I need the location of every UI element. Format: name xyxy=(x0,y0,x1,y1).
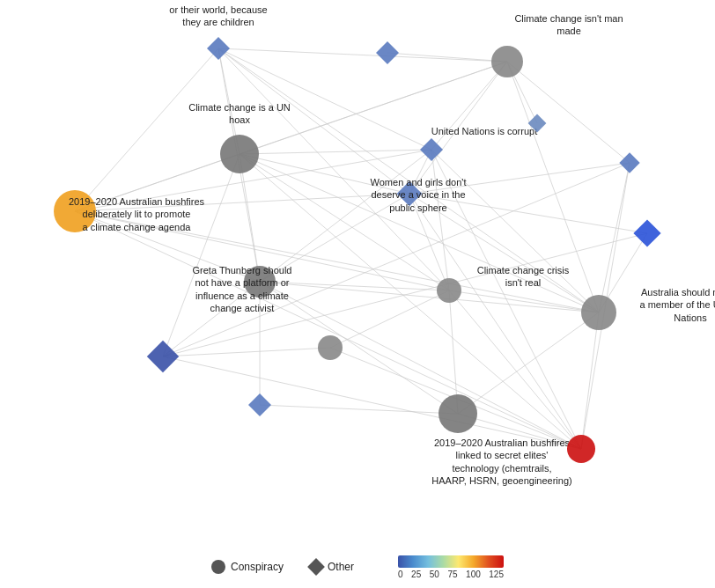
svg-line-6 xyxy=(218,48,449,290)
label-n1: Children should not speakas authorities … xyxy=(148,0,289,47)
other-icon xyxy=(307,558,325,576)
color-scale: 0 25 50 75 100 125 xyxy=(398,555,504,579)
label-n5: Women and girls don'tdeserve a voice in … xyxy=(348,176,489,231)
node-n11 xyxy=(248,393,271,416)
scale-25: 25 xyxy=(411,570,421,579)
legend-other: Other xyxy=(310,561,354,573)
svg-point-74 xyxy=(439,394,477,433)
conspiracy-icon xyxy=(211,560,225,574)
network-chart: Children should not speakas authorities … xyxy=(0,0,715,546)
scale-100: 100 xyxy=(466,570,481,579)
chart-legend: Conspiracy Other 0 25 50 75 100 125 xyxy=(0,546,715,588)
label-n4: United Nations is corrupt xyxy=(414,125,555,151)
label-n9: Australia should not bea member of the U… xyxy=(620,286,715,341)
svg-point-80 xyxy=(318,335,343,360)
scale-0: 0 xyxy=(398,570,403,579)
label-n2: Climate change isn't manmade xyxy=(498,12,639,53)
scale-125: 125 xyxy=(489,570,504,579)
svg-line-16 xyxy=(240,150,431,154)
svg-line-19 xyxy=(240,154,260,282)
color-bar xyxy=(398,555,504,568)
node-n13 xyxy=(567,435,595,463)
svg-marker-76 xyxy=(376,41,399,64)
label-n8: Climate change crisisisn't real xyxy=(453,264,593,305)
scale-75: 75 xyxy=(447,570,457,579)
conspiracy-label: Conspiracy xyxy=(231,561,284,573)
label-n12: 2019–2020 Australian bushfireslinked to … xyxy=(431,437,572,505)
node-n14 xyxy=(376,41,399,64)
svg-line-51 xyxy=(458,312,599,414)
label-n7: Greta Thunberg shouldnot have a platform… xyxy=(172,264,313,333)
svg-marker-78 xyxy=(619,152,639,173)
svg-line-58 xyxy=(163,348,330,356)
svg-line-34 xyxy=(409,194,581,449)
legend-conspiracy: Conspiracy xyxy=(211,560,284,574)
node-n9 xyxy=(581,295,616,330)
node-n16 xyxy=(619,152,639,173)
svg-line-0 xyxy=(218,48,507,62)
node-n18 xyxy=(318,335,343,360)
scale-50: 50 xyxy=(430,570,439,579)
label-n6: 2019–2020 Australian bushfiresdeliberate… xyxy=(66,195,207,250)
label-n3: Climate change is a UNhoax xyxy=(169,101,310,142)
svg-marker-73 xyxy=(248,393,271,416)
svg-line-52 xyxy=(581,312,599,449)
color-bar-labels: 0 25 50 75 100 125 xyxy=(398,570,504,579)
svg-point-75 xyxy=(567,435,595,463)
node-n10 xyxy=(147,341,179,372)
svg-point-71 xyxy=(581,295,616,330)
svg-marker-79 xyxy=(633,219,660,246)
node-n17 xyxy=(633,219,660,246)
network-svg: Children should not speakas authorities … xyxy=(0,0,715,546)
svg-marker-72 xyxy=(147,341,179,372)
svg-line-59 xyxy=(260,405,458,414)
node-n12 xyxy=(439,394,477,433)
other-label: Other xyxy=(328,561,354,573)
